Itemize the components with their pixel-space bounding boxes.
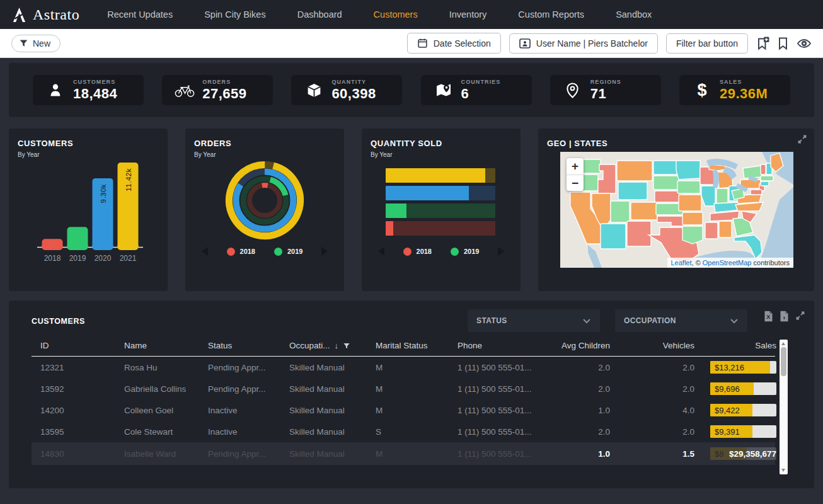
map-state[interactable]	[717, 188, 728, 203]
sales-bar: $9,696	[710, 382, 776, 395]
column-header-occupati[interactable]: Occupati...↓	[289, 341, 376, 350]
scroll-up-arrow[interactable]	[781, 342, 785, 345]
cell-occupation: Skilled Manual	[289, 427, 376, 437]
expand-icon[interactable]	[797, 134, 807, 144]
occupation-dropdown[interactable]: OCCUPATION	[615, 309, 747, 332]
cell-id: 14200	[40, 406, 124, 415]
column-header-avg-children[interactable]: Avg Children	[561, 341, 610, 350]
chart-legend: 20182019	[362, 247, 521, 256]
kpi-card-countries[interactable]: COUNTRIES6	[421, 75, 532, 105]
legend-dot	[403, 248, 412, 256]
map-state[interactable]	[618, 182, 647, 200]
map-state[interactable]	[676, 161, 700, 180]
svg-text:$: $	[697, 81, 706, 100]
column-header-vehicles[interactable]: Vehicles	[610, 341, 694, 350]
map-state[interactable]	[743, 166, 762, 178]
cell-marital: M	[376, 384, 458, 394]
legend-item-2019[interactable]: 2019	[274, 248, 302, 256]
filter-funnel-icon[interactable]	[343, 342, 350, 350]
column-header-name[interactable]: Name	[124, 341, 208, 350]
person-icon	[38, 82, 73, 98]
table-row[interactable]: 14200Colleen GoelInactiveSkilled ManualM…	[32, 399, 775, 421]
occupation-dropdown-label: OCCUPATION	[624, 316, 676, 325]
orders-donut-chart[interactable]	[194, 158, 335, 245]
date-selection-button[interactable]: Date Selection	[407, 33, 501, 54]
osm-link[interactable]: OpenStreetMap	[703, 259, 752, 266]
sales-bar: $9,422	[710, 404, 776, 416]
map-state[interactable]	[761, 176, 773, 181]
kpi-card-quantity[interactable]: QUANTITY60,398	[291, 75, 402, 105]
nav-item-dashboard[interactable]: Dashboard	[297, 9, 342, 20]
table-row[interactable]: 13592Gabriella CollinsPending Appr...Ski…	[32, 378, 775, 399]
map-state[interactable]	[719, 221, 732, 238]
legend-item-2018[interactable]: 2018	[403, 248, 432, 256]
nav-item-custom-reports[interactable]: Custom Reports	[518, 9, 584, 20]
map-state[interactable]	[617, 161, 652, 181]
zoom-in-button[interactable]: +	[567, 158, 584, 175]
nav-item-customers[interactable]: Customers	[374, 9, 418, 20]
expand-icon[interactable]	[795, 311, 805, 321]
kpi-card-sales[interactable]: $SALES29.36M	[679, 75, 790, 105]
brand[interactable]: Astrato	[11, 6, 79, 23]
cell-vehicles: 2.0	[610, 363, 694, 372]
table-row[interactable]: 12321Rosa HuPending Appr...Skilled Manua…	[32, 357, 775, 378]
leaflet-map[interactable]: + − Leaflet, © OpenStreetMap contributor…	[560, 152, 793, 268]
legend-item-2018[interactable]: 2018	[227, 248, 255, 256]
column-header-status[interactable]: Status	[208, 341, 289, 350]
legend-next-arrow[interactable]	[498, 247, 504, 256]
status-dropdown[interactable]: STATUS	[468, 309, 600, 332]
map-state[interactable]	[705, 222, 718, 239]
kpi-card-orders[interactable]: ORDERS27,659	[162, 75, 273, 105]
sort-desc-icon[interactable]: ↓	[335, 341, 339, 350]
scroll-down-arrow[interactable]	[781, 469, 785, 472]
column-header-marital-status[interactable]: Marital Status	[376, 341, 458, 350]
nav-item-sandbox[interactable]: Sandbox	[616, 9, 652, 20]
column-label: ID	[40, 341, 49, 350]
column-header-sales[interactable]: Sales	[694, 341, 776, 350]
legend-item-2019[interactable]: 2019	[451, 248, 479, 256]
filter-bar-button[interactable]: Filter bar button	[666, 33, 748, 54]
legend-prev-arrow[interactable]	[202, 247, 208, 256]
new-filter-button[interactable]: New	[11, 35, 60, 52]
map-state[interactable]	[611, 201, 630, 222]
map-state[interactable]	[682, 226, 703, 244]
kpi-value: 60,398	[331, 86, 376, 102]
map-title: GEO | STATES	[547, 139, 805, 148]
column-header-phone[interactable]: Phone	[458, 341, 561, 350]
main-nav: Recent UpdatesSpin City BikesDashboardCu…	[107, 9, 683, 20]
export-excel-icon[interactable]: X	[764, 311, 773, 322]
table-header-row: IDNameStatusOccupati...↓Marital StatusPh…	[32, 341, 775, 357]
legend-prev-arrow[interactable]	[378, 247, 384, 256]
map-state[interactable]	[677, 181, 700, 193]
kpi-card-regions[interactable]: REGIONS71	[550, 75, 661, 105]
export-file-icon[interactable]: ,	[780, 311, 789, 322]
leaflet-link[interactable]: Leaflet	[671, 259, 692, 266]
map-state[interactable]	[761, 164, 766, 175]
map-state[interactable]	[601, 224, 626, 249]
bookmark-icon[interactable]	[778, 37, 788, 50]
us-states-map[interactable]	[560, 152, 793, 268]
customers-bar-chart[interactable]: 201820199.30k202011.42k2021	[18, 158, 159, 266]
map-state[interactable]	[653, 176, 679, 190]
map-state[interactable]	[761, 181, 769, 186]
eye-icon[interactable]	[797, 38, 812, 49]
bookmark-add-icon[interactable]	[756, 37, 769, 50]
table-scrollbar[interactable]	[780, 340, 788, 474]
map-state[interactable]	[653, 161, 677, 175]
quantity-hbar-chart[interactable]	[386, 168, 495, 236]
map-state[interactable]	[627, 221, 651, 246]
map-state[interactable]	[682, 212, 703, 225]
nav-item-spin-city-bikes[interactable]: Spin City Bikes	[204, 9, 266, 20]
user-button[interactable]: User Name | Piers Batchelor	[509, 33, 658, 54]
table-row[interactable]: 13595Cole StewartInactiveSkilled ManualS…	[32, 421, 775, 442]
map-state[interactable]	[631, 202, 657, 220]
nav-item-inventory[interactable]: Inventory	[449, 9, 487, 20]
scrollbar-thumb[interactable]	[781, 347, 786, 376]
map-state[interactable]	[751, 190, 762, 195]
column-header-id[interactable]: ID	[40, 341, 124, 350]
map-state[interactable]	[679, 195, 701, 211]
nav-item-recent-updates[interactable]: Recent Updates	[107, 9, 173, 20]
kpi-card-customers[interactable]: CUSTOMERS18,484	[33, 75, 144, 105]
zoom-out-button[interactable]: −	[567, 175, 584, 191]
legend-next-arrow[interactable]	[321, 247, 328, 256]
